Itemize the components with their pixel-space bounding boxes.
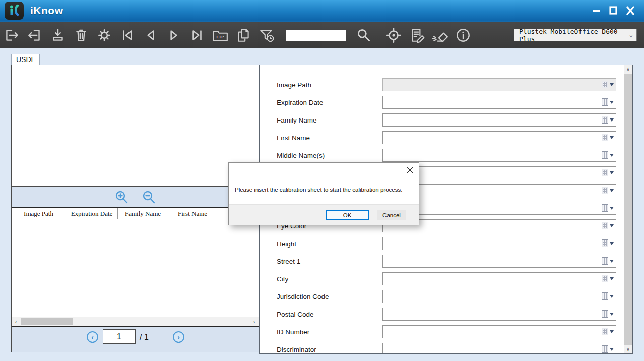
date-picker-button[interactable] xyxy=(602,151,614,159)
vertical-scrollbar[interactable]: ∧ ∨ xyxy=(624,65,632,353)
form-field-input[interactable] xyxy=(382,237,616,250)
window-controls xyxy=(590,5,637,17)
calendar-icon xyxy=(602,275,608,282)
dialog-message: Please insert the calibration sheet to s… xyxy=(235,187,402,193)
previous-page-icon-button[interactable] xyxy=(139,25,162,45)
chevron-down-icon xyxy=(610,118,614,122)
app-logo-icon xyxy=(5,2,24,20)
form-field-input[interactable] xyxy=(382,149,616,162)
date-picker-button[interactable] xyxy=(602,257,614,265)
page-number-input[interactable] xyxy=(103,329,136,344)
date-picker-button[interactable] xyxy=(602,187,614,194)
calendar-icon xyxy=(602,239,608,247)
maximize-button[interactable] xyxy=(607,5,620,17)
table-column-header: First Name xyxy=(168,208,217,219)
date-picker-button[interactable] xyxy=(602,204,614,212)
tab-usdl[interactable]: USDL xyxy=(11,54,40,65)
chevron-down-icon xyxy=(610,242,614,245)
form-field-label: First Name xyxy=(277,134,382,142)
calendar-icon xyxy=(602,151,608,159)
horizontal-scroll-track[interactable] xyxy=(20,317,250,326)
chevron-down-icon: ⌄ xyxy=(629,31,633,38)
ok-button[interactable]: OK xyxy=(326,210,369,220)
scroll-right-icon[interactable]: › xyxy=(250,317,259,326)
horizontal-scroll-thumb[interactable] xyxy=(21,318,73,325)
form-field-input[interactable] xyxy=(382,343,616,354)
form-row: Discriminator xyxy=(277,343,616,354)
scroll-down-icon[interactable]: ∨ xyxy=(624,345,632,353)
export-icon-button[interactable] xyxy=(0,25,23,45)
form-row: ID Number xyxy=(277,325,616,338)
eraser-clean-icon-button[interactable] xyxy=(428,25,452,45)
form-field-input[interactable] xyxy=(382,255,616,268)
form-field-label: Family Name xyxy=(277,116,382,124)
titlebar: iKnow xyxy=(0,0,644,21)
delete-icon-button[interactable] xyxy=(70,25,93,45)
date-picker-button[interactable] xyxy=(602,292,614,300)
form-field-label: Postal Code xyxy=(277,311,382,318)
date-picker-button[interactable] xyxy=(602,98,614,106)
toolbar: FTP xyxy=(0,21,644,48)
zoom-in-icon-button[interactable] xyxy=(114,190,128,204)
form-field-input[interactable] xyxy=(382,325,616,338)
cancel-button[interactable]: Cancel xyxy=(377,210,406,220)
date-picker-button[interactable] xyxy=(602,81,614,88)
date-picker-button[interactable] xyxy=(602,116,614,124)
form-field-input[interactable] xyxy=(382,96,616,109)
form-row: Family Name xyxy=(277,113,616,127)
calendar-icon xyxy=(602,169,608,176)
scroll-up-icon[interactable]: ∧ xyxy=(624,65,632,74)
next-page-circle-button[interactable]: › xyxy=(173,331,184,343)
filter-history-icon-button[interactable] xyxy=(255,25,278,45)
ftp-upload-icon-button[interactable]: FTP xyxy=(209,25,232,45)
info-icon-button[interactable] xyxy=(452,25,475,45)
calendar-icon xyxy=(602,116,608,124)
date-picker-button[interactable] xyxy=(602,239,614,247)
app-title: iKnow xyxy=(30,5,63,17)
form-field-input[interactable] xyxy=(382,131,616,144)
calendar-icon xyxy=(602,328,608,335)
chevron-down-icon xyxy=(610,277,614,280)
search-input[interactable] xyxy=(286,30,346,41)
form-field-input[interactable] xyxy=(382,308,616,321)
scanner-device-value: Plustek MobileOffice D600 Plus xyxy=(519,28,636,43)
form-field-input[interactable] xyxy=(382,272,616,285)
form-field-input[interactable] xyxy=(382,113,616,127)
form-field-label: Middle Name(s) xyxy=(277,152,382,159)
import-icon-button[interactable] xyxy=(23,25,46,45)
search-icon-button[interactable] xyxy=(352,25,375,45)
copy-pages-icon-button[interactable] xyxy=(232,25,255,45)
date-picker-button[interactable] xyxy=(602,275,614,282)
dialog-close-icon-button[interactable] xyxy=(406,166,414,174)
calendar-icon xyxy=(602,257,608,265)
last-page-icon-button[interactable] xyxy=(185,25,209,45)
date-picker-button[interactable] xyxy=(602,310,614,318)
chevron-down-icon xyxy=(610,154,614,157)
date-picker-button[interactable] xyxy=(602,169,614,176)
scroll-left-icon[interactable]: ‹ xyxy=(12,317,20,326)
scanner-device-dropdown[interactable]: Plustek MobileOffice D600 Plus ⌄ xyxy=(514,29,637,41)
zoom-out-icon-button[interactable] xyxy=(142,190,156,204)
form-row: City xyxy=(277,272,616,285)
first-page-icon-button[interactable] xyxy=(116,25,139,45)
chevron-down-icon xyxy=(610,330,614,333)
date-picker-button[interactable] xyxy=(602,328,614,335)
calibrate-target-icon-button[interactable] xyxy=(382,25,405,45)
minimize-button[interactable] xyxy=(590,5,603,17)
edit-results-icon-button[interactable] xyxy=(405,25,428,45)
calendar-icon xyxy=(602,187,608,194)
table-column-header: Expiration Date xyxy=(66,208,118,219)
previous-page-circle-button[interactable]: ‹ xyxy=(87,331,98,343)
form-row: Postal Code xyxy=(277,308,616,321)
date-picker-button[interactable] xyxy=(602,345,614,353)
vertical-scroll-thumb[interactable] xyxy=(624,74,632,345)
next-page-icon-button[interactable] xyxy=(162,25,185,45)
horizontal-scrollbar[interactable]: ‹ › xyxy=(12,317,259,326)
settings-gear-icon-button[interactable] xyxy=(93,25,116,45)
image-preview-area xyxy=(12,65,259,187)
date-picker-button[interactable] xyxy=(602,134,614,141)
close-button[interactable] xyxy=(624,5,637,17)
date-picker-button[interactable] xyxy=(602,222,614,229)
form-field-input[interactable] xyxy=(382,290,616,303)
save-icon-button[interactable] xyxy=(46,25,70,45)
